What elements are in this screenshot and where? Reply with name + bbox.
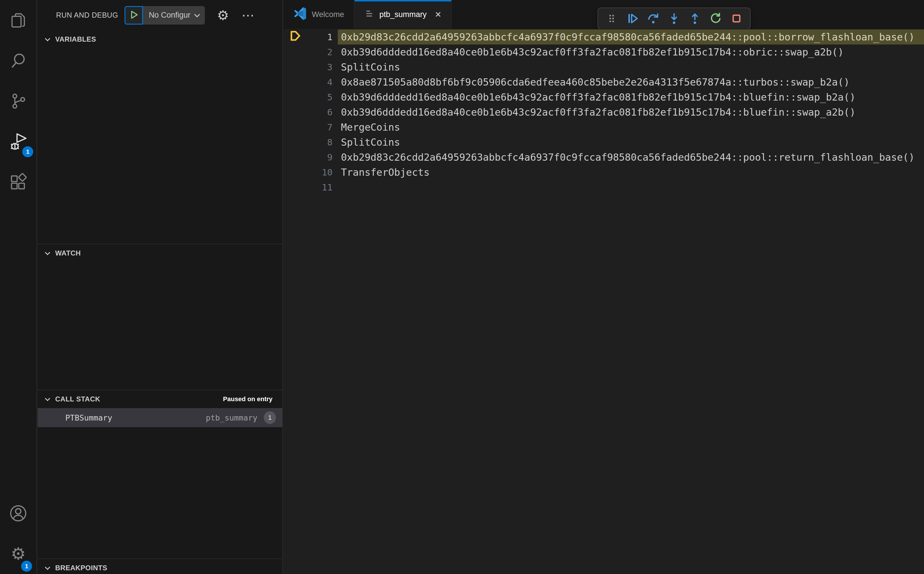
panel-header: RUN AND DEBUG No Configur ⚙ ⋯ bbox=[38, 0, 282, 30]
play-icon bbox=[129, 9, 139, 21]
step-over-button[interactable] bbox=[647, 12, 660, 25]
line-number: 6 bbox=[304, 107, 332, 117]
panel-title: RUN AND DEBUG bbox=[56, 11, 118, 19]
watch-label: WATCH bbox=[55, 249, 81, 257]
sidebar-item-accounts[interactable] bbox=[0, 493, 37, 533]
watch-section-header[interactable]: WATCH bbox=[38, 244, 282, 262]
sidebar-item-source-control[interactable] bbox=[0, 81, 37, 121]
variables-label: VARIABLES bbox=[55, 35, 96, 43]
line-number: 2 bbox=[304, 47, 332, 57]
continue-button[interactable] bbox=[626, 12, 639, 25]
stack-frame-name: PTBSummary bbox=[65, 413, 112, 422]
variables-section-header[interactable]: VARIABLES bbox=[38, 30, 282, 48]
account-icon bbox=[9, 504, 27, 522]
editor-line[interactable]: 3 SplitCoins bbox=[283, 60, 924, 74]
step-into-button[interactable] bbox=[667, 12, 681, 25]
tab-label: Welcome bbox=[312, 10, 344, 19]
line-number: 8 bbox=[304, 137, 332, 147]
variables-section: VARIABLES bbox=[38, 30, 282, 244]
line-number: 10 bbox=[304, 167, 332, 177]
sidebar-item-explorer[interactable] bbox=[0, 0, 37, 41]
line-number: 1 bbox=[304, 32, 332, 42]
editor-area: Welcome ptb_summary ✕ bbox=[283, 0, 924, 574]
line-text: TransferObjects bbox=[338, 165, 924, 180]
close-icon[interactable]: ✕ bbox=[435, 10, 441, 19]
chevron-down-icon bbox=[45, 396, 50, 401]
debug-badge: 1 bbox=[22, 146, 33, 157]
editor-line[interactable]: 6 0xb39d6dddedd16ed8a40ce0b1e6b43c92acf0… bbox=[283, 105, 924, 120]
breakpoints-section-header[interactable]: BREAKPOINTS bbox=[38, 559, 282, 574]
more-actions-icon[interactable]: ⋯ bbox=[242, 9, 254, 22]
call-stack-section: CALL STACK Paused on entry PTBSummary pt… bbox=[38, 390, 282, 558]
configure-gear-icon[interactable]: ⚙ bbox=[217, 9, 229, 22]
toolbar-drag-handle[interactable] bbox=[605, 12, 618, 25]
stack-frame-source: ptb_summary bbox=[206, 413, 257, 422]
debug-config-group: No Configur bbox=[124, 6, 205, 25]
editor-line[interactable]: 1 0xb29d83c26cdd2a64959263abbcfc4a6937f0… bbox=[283, 30, 924, 44]
editor-line[interactable]: 4 0x8ae871505a80d8bf6bf9c05906cda6edfeea… bbox=[283, 74, 924, 90]
line-number: 7 bbox=[304, 122, 332, 132]
call-stack-label: CALL STACK bbox=[55, 395, 100, 403]
extensions-icon bbox=[9, 173, 27, 191]
editor-line[interactable]: 11 bbox=[283, 180, 924, 195]
line-text: MergeCoins bbox=[338, 120, 924, 135]
tab-label: ptb_summary bbox=[379, 10, 427, 19]
line-number: 3 bbox=[304, 62, 332, 72]
settings-badge: 1 bbox=[21, 561, 32, 572]
paused-status: Paused on entry bbox=[223, 395, 272, 403]
source-control-icon bbox=[9, 92, 27, 110]
tab-welcome[interactable]: Welcome bbox=[283, 0, 354, 29]
line-text: 0xb39d6dddedd16ed8a40ce0b1e6b43c92acf0ff… bbox=[338, 44, 924, 60]
line-text: 0x8ae871505a80d8bf6bf9c05906cda6edfeea46… bbox=[338, 74, 924, 90]
start-debug-button[interactable] bbox=[124, 6, 143, 25]
code-editor[interactable]: 1 0xb29d83c26cdd2a64959263abbcfc4a6937f0… bbox=[283, 29, 924, 574]
sidebar-item-run-and-debug[interactable]: 1 bbox=[0, 121, 37, 162]
chevron-down-icon bbox=[45, 565, 50, 570]
line-text: 0xb39d6dddedd16ed8a40ce0b1e6b43c92acf0ff… bbox=[338, 105, 924, 120]
gear-icon: ⚙ bbox=[11, 546, 26, 562]
step-out-button[interactable] bbox=[688, 12, 702, 25]
line-text: SplitCoins bbox=[338, 60, 924, 74]
stack-frame-row[interactable]: PTBSummary ptb_summary 1 bbox=[38, 408, 282, 427]
chevron-down-icon bbox=[194, 11, 200, 17]
search-icon bbox=[9, 52, 27, 69]
line-text: 0xb29d83c26cdd2a64959263abbcfc4a6937f0c9… bbox=[338, 30, 924, 44]
line-number: 5 bbox=[304, 92, 332, 102]
editor-line[interactable]: 7 MergeCoins bbox=[283, 120, 924, 135]
watch-section: WATCH bbox=[38, 244, 282, 390]
call-stack-section-header[interactable]: CALL STACK Paused on entry bbox=[38, 390, 282, 408]
line-text: 0xb39d6dddedd16ed8a40ce0b1e6b43c92acf0ff… bbox=[338, 90, 924, 105]
activity-bar: 1 ⚙ 1 bbox=[0, 0, 37, 574]
line-number: 4 bbox=[304, 77, 332, 87]
debug-config-label: No Configur bbox=[149, 11, 190, 20]
sidebar-item-search[interactable] bbox=[0, 41, 37, 81]
tab-ptb-summary[interactable]: ptb_summary ✕ bbox=[354, 0, 452, 29]
file-list-icon bbox=[364, 9, 374, 20]
files-icon bbox=[9, 11, 27, 29]
editor-line[interactable]: 9 0xb29d83c26cdd2a64959263abbcfc4a6937f0… bbox=[283, 150, 924, 165]
stack-frame-badge: 1 bbox=[264, 411, 276, 424]
chevron-down-icon bbox=[45, 36, 50, 41]
editor-line[interactable]: 5 0xb39d6dddedd16ed8a40ce0b1e6b43c92acf0… bbox=[283, 90, 924, 105]
editor-line[interactable]: 2 0xb39d6dddedd16ed8a40ce0b1e6b43c92acf0… bbox=[283, 44, 924, 60]
breakpoints-section: BREAKPOINTS bbox=[38, 558, 282, 574]
stop-button[interactable] bbox=[730, 12, 743, 25]
line-number: 11 bbox=[304, 182, 332, 192]
vscode-window: 1 ⚙ 1 bbox=[0, 0, 924, 574]
line-text bbox=[338, 180, 924, 195]
chevron-down-icon bbox=[45, 250, 50, 255]
editor-line[interactable]: 8 SplitCoins bbox=[283, 135, 924, 150]
sidebar-item-settings[interactable]: ⚙ 1 bbox=[0, 533, 37, 574]
sidebar-item-extensions[interactable] bbox=[0, 162, 37, 202]
run-and-debug-panel: RUN AND DEBUG No Configur ⚙ ⋯ bbox=[38, 0, 283, 574]
line-number: 9 bbox=[304, 152, 332, 162]
debug-config-dropdown[interactable]: No Configur bbox=[143, 6, 205, 25]
vscode-logo-icon bbox=[293, 7, 307, 22]
editor-line[interactable]: 10 TransferObjects bbox=[283, 165, 924, 180]
breakpoints-label: BREAKPOINTS bbox=[55, 564, 107, 572]
debug-stackframe-arrow-icon bbox=[289, 29, 302, 45]
line-text: SplitCoins bbox=[338, 135, 924, 150]
line-text: 0xb29d83c26cdd2a64959263abbcfc4a6937f0c9… bbox=[338, 150, 924, 165]
debug-toolbar bbox=[598, 8, 751, 30]
restart-button[interactable] bbox=[709, 12, 723, 25]
